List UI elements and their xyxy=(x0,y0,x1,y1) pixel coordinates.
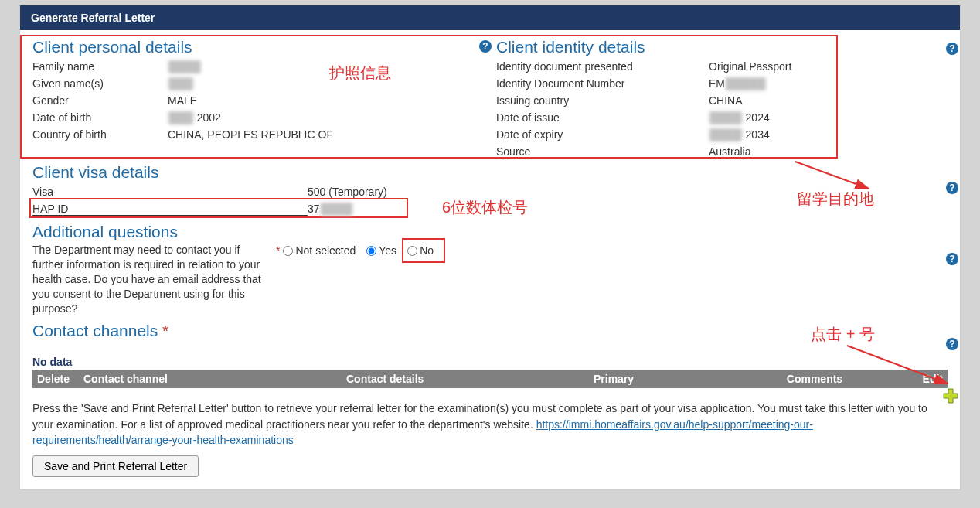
radio-yes-label: Yes xyxy=(379,244,396,257)
expiry-date-label: Date of expiry xyxy=(496,128,709,141)
doc-number-prefix: EM xyxy=(709,77,725,90)
question-radios: * Not selected Yes No xyxy=(276,243,441,315)
additional-questions-title: Additional questions xyxy=(32,223,948,241)
add-contact-button[interactable] xyxy=(942,387,959,404)
source-value: Australia xyxy=(709,145,948,158)
required-indicator: * xyxy=(276,244,280,257)
source-label: Source xyxy=(496,145,709,158)
doc-number-rest: █████ xyxy=(725,77,767,90)
th-channel: Contact channel xyxy=(83,373,346,385)
given-names-value: ███ xyxy=(168,77,194,90)
contact-channels-title: Contact channels * xyxy=(32,322,948,340)
contact-required-star: * xyxy=(158,322,168,339)
radio-yes-input[interactable] xyxy=(366,246,376,256)
issue-date-label: Date of issue xyxy=(496,111,709,124)
top-details-row: Client personal details ? Family name███… xyxy=(32,35,948,160)
no-data-text: No data xyxy=(32,356,948,368)
family-name-value: ████ xyxy=(168,60,202,73)
help-icon-questions[interactable]: ? xyxy=(946,253,958,265)
save-print-button[interactable]: Save and Print Referral Letter xyxy=(32,455,199,477)
dob-value-year: 2002 xyxy=(194,111,221,124)
help-icon-visa[interactable]: ? xyxy=(946,182,958,194)
radio-yes[interactable]: Yes xyxy=(366,244,396,257)
hap-id-rest: ████ xyxy=(320,203,354,215)
personal-details-col: Client personal details ? Family name███… xyxy=(32,35,496,160)
identity-details-title: Client identity details xyxy=(496,38,948,56)
th-edit: Edit xyxy=(897,373,943,385)
doc-presented-value: Original Passport xyxy=(709,60,948,73)
help-icon-personal[interactable]: ? xyxy=(479,40,492,53)
cob-label: Country of birth xyxy=(32,128,168,141)
doc-presented-label: Identity document presented xyxy=(496,60,709,73)
radio-no[interactable]: No xyxy=(407,244,434,257)
gender-value: MALE xyxy=(168,94,496,107)
radio-no-input[interactable] xyxy=(407,246,417,256)
issuing-country-label: Issuing country xyxy=(496,94,709,107)
radio-not-selected[interactable]: Not selected xyxy=(283,244,356,257)
radio-not-selected-input[interactable] xyxy=(283,246,293,256)
th-comments: Comments xyxy=(733,373,897,385)
help-icon-identity[interactable]: ? xyxy=(946,43,958,55)
th-details: Contact details xyxy=(346,373,594,385)
expiry-date-pre: ████ xyxy=(709,128,743,141)
family-name-label: Family name xyxy=(32,60,168,73)
cob-value: CHINA, PEOPLES REPUBLIC OF xyxy=(168,128,496,141)
issuing-country-value: CHINA xyxy=(709,94,948,107)
contact-table-header: Delete Contact channel Contact details P… xyxy=(32,370,948,388)
visa-value: 500 (Temporary) xyxy=(308,186,948,198)
instruction-text: Press the 'Save and Print Referral Lette… xyxy=(32,401,948,448)
identity-details-col: Client identity details Identity documen… xyxy=(496,35,948,160)
given-names-label: Given name(s) xyxy=(32,77,168,90)
radio-no-label: No xyxy=(420,244,434,257)
expiry-date-year: 2034 xyxy=(743,128,770,141)
dob-value-pre: ███ xyxy=(168,111,194,124)
panel-title: Generate Referral Letter xyxy=(20,5,960,30)
radio-not-selected-label: Not selected xyxy=(295,244,356,257)
visa-details-title: Client visa details xyxy=(32,163,948,182)
issue-date-year: 2024 xyxy=(743,111,770,124)
personal-details-title: Client personal details xyxy=(32,38,192,56)
hap-id-label: HAP ID xyxy=(32,203,308,216)
dob-label: Date of birth xyxy=(32,111,168,124)
question-text: The Department may need to contact you i… xyxy=(32,243,276,315)
panel-body: 护照信息 留学目的地 ? ? ? ? Client personal detai… xyxy=(20,30,960,489)
main-panel: Generate Referral Letter 护照信息 留学目的地 ? ? … xyxy=(19,5,961,490)
questions-row: The Department may need to contact you i… xyxy=(32,243,948,315)
contact-channels-title-text: Contact channels xyxy=(32,322,158,339)
gender-label: Gender xyxy=(32,94,168,107)
th-primary: Primary xyxy=(594,373,733,385)
doc-number-label: Identity Document Number xyxy=(496,77,709,90)
help-icon-contact[interactable]: ? xyxy=(946,338,958,350)
th-delete: Delete xyxy=(37,373,83,385)
issue-date-pre: ████ xyxy=(709,111,743,124)
visa-label: Visa xyxy=(32,186,308,198)
hap-id-prefix: 37 xyxy=(308,203,320,215)
